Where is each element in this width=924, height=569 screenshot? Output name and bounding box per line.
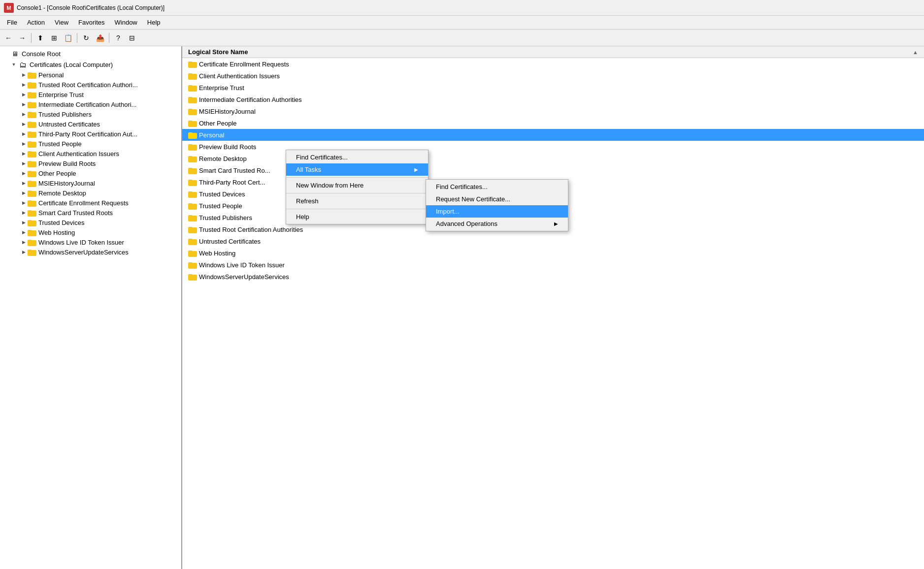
- expand-winlive[interactable]: [20, 238, 28, 246]
- expand-trusted-devices[interactable]: [20, 219, 28, 226]
- expand-trusted-root[interactable]: [20, 81, 28, 89]
- expand-client-auth[interactable]: [20, 150, 28, 158]
- expand-preview-build[interactable]: [20, 159, 28, 167]
- folder-third-party-icon: [28, 130, 36, 138]
- menu-window[interactable]: Window: [110, 17, 142, 28]
- expand-intermediate[interactable]: [20, 100, 28, 108]
- tree-trusted-devices[interactable]: Trusted Devices: [0, 218, 181, 227]
- help-button[interactable]: ?: [112, 32, 125, 44]
- expand-cert-enrollment[interactable]: [20, 199, 28, 207]
- list-cert-enrollment[interactable]: Certificate Enrollment Requests: [182, 58, 924, 70]
- menu-file[interactable]: File: [2, 17, 22, 28]
- tree-personal-label: Personal: [38, 71, 64, 79]
- folder-trusted-root-icon: [28, 81, 36, 89]
- folder-client-auth-icon: [28, 150, 36, 158]
- list-third-party-label: Third-Party Root Cert...: [199, 179, 265, 186]
- tree-wsus[interactable]: WindowsServerUpdateServices: [0, 247, 181, 257]
- folder-cert-enrollment-icon: [28, 199, 36, 207]
- menu-help[interactable]: Help: [142, 17, 165, 28]
- menu-favorites[interactable]: Favorites: [73, 17, 109, 28]
- tree-cert-enrollment[interactable]: Certificate Enrollment Requests: [0, 198, 181, 208]
- ctx-find-certs[interactable]: Find Certificates...: [286, 151, 428, 163]
- list-intermediate[interactable]: Intermediate Certification Authorities: [182, 94, 924, 105]
- expand-other-people[interactable]: [20, 169, 28, 177]
- back-button[interactable]: ←: [2, 32, 15, 44]
- folder-smart-card-icon: [28, 209, 36, 217]
- folder-other-people-icon: [28, 169, 36, 177]
- list-intermediate-label: Intermediate Certification Authorities: [199, 96, 302, 103]
- tree-trusted-publishers[interactable]: Trusted Publishers: [0, 109, 181, 119]
- folder-list-trusted-root-ca-icon: [188, 225, 197, 233]
- expand-trusted-people[interactable]: [20, 140, 28, 148]
- list-winlive[interactable]: Windows Live ID Token Issuer: [182, 259, 924, 271]
- ctx-all-tasks[interactable]: All Tasks ▶: [286, 163, 428, 176]
- expand-msie[interactable]: [20, 179, 28, 187]
- ctx2-find-certs[interactable]: Find Certificates...: [426, 181, 568, 193]
- ctx-refresh[interactable]: Refresh: [286, 195, 428, 207]
- folder-list-cert-enrollment-icon: [188, 60, 197, 68]
- tree-client-auth[interactable]: Client Authentication Issuers: [0, 149, 181, 158]
- up-button[interactable]: ⬆: [34, 32, 47, 44]
- ctx2-advanced-ops[interactable]: Advanced Operations ▶: [426, 218, 568, 230]
- list-personal[interactable]: Personal: [182, 129, 924, 141]
- ctx-help[interactable]: Help: [286, 211, 428, 223]
- tree-untrusted-label: Untrusted Certificates: [38, 121, 100, 128]
- list-personal-label: Personal: [199, 131, 224, 139]
- tree-console-root[interactable]: 🖥 Console Root: [0, 48, 181, 59]
- tree-intermediate[interactable]: Intermediate Certification Authori...: [0, 99, 181, 109]
- tree-personal[interactable]: Personal: [0, 70, 181, 80]
- tree-winlive[interactable]: Windows Live ID Token Issuer: [0, 237, 181, 247]
- list-enterprise-trust[interactable]: Enterprise Trust: [182, 82, 924, 94]
- menu-view[interactable]: View: [50, 17, 73, 28]
- expand-personal[interactable]: [20, 71, 28, 79]
- tree-trusted-root[interactable]: Trusted Root Certification Authori...: [0, 80, 181, 90]
- toolbar-sep-1: [31, 33, 32, 43]
- list-untrusted[interactable]: Untrusted Certificates: [182, 235, 924, 247]
- list-sort-arrow[interactable]: ▲: [913, 49, 918, 55]
- expand-trusted-pub[interactable]: [20, 110, 28, 118]
- expand-web-hosting[interactable]: [20, 228, 28, 236]
- list-msie[interactable]: MSIEHistoryJournal: [182, 105, 924, 117]
- list-untrusted-label: Untrusted Certificates: [199, 238, 261, 245]
- folder-list-trusted-pub-icon: [188, 214, 197, 221]
- expand-third-party[interactable]: [20, 130, 28, 138]
- ctx-new-window[interactable]: New Window from Here: [286, 179, 428, 191]
- ctx2-request-new[interactable]: Request New Certificate...: [426, 193, 568, 205]
- copy-button[interactable]: 📋: [62, 32, 74, 44]
- tree-msie[interactable]: MSIEHistoryJournal: [0, 178, 181, 188]
- list-client-auth[interactable]: Client Authentication Issuers: [182, 70, 924, 82]
- folder-untrusted-icon: [28, 120, 36, 128]
- tree-other-people[interactable]: Other People: [0, 168, 181, 178]
- expand-remote-desktop[interactable]: [20, 189, 28, 197]
- list-trusted-devices-label: Trusted Devices: [199, 190, 245, 198]
- show-hide-button[interactable]: ⊞: [48, 32, 61, 44]
- expand-wsus[interactable]: [20, 248, 28, 256]
- tree-preview-build[interactable]: Preview Build Roots: [0, 158, 181, 168]
- tree-untrusted[interactable]: Untrusted Certificates: [0, 119, 181, 129]
- tree-enterprise-trust[interactable]: Enterprise Trust: [0, 90, 181, 99]
- tree-web-hosting[interactable]: Web Hosting: [0, 227, 181, 237]
- tree-smart-card[interactable]: Smart Card Trusted Roots: [0, 208, 181, 218]
- menu-action[interactable]: Action: [22, 17, 50, 28]
- refresh-button[interactable]: ↻: [80, 32, 93, 44]
- tree-cert-node[interactable]: 🗂 Certificates (Local Computer): [0, 59, 181, 70]
- folder-list-msie-icon: [188, 107, 197, 115]
- list-wsus[interactable]: WindowsServerUpdateServices: [182, 271, 924, 283]
- tree-trusted-pub-label: Trusted Publishers: [38, 111, 92, 118]
- tree-remote-desktop[interactable]: Remote Desktop: [0, 188, 181, 198]
- tree-client-auth-label: Client Authentication Issuers: [38, 150, 119, 158]
- tree-third-party[interactable]: Third-Party Root Certification Aut...: [0, 129, 181, 139]
- tree-panel: 🖥 Console Root 🗂 Certificates (Local Com…: [0, 46, 182, 569]
- expand-cert-node[interactable]: [10, 61, 18, 68]
- list-web-hosting[interactable]: Web Hosting: [182, 247, 924, 259]
- forward-button[interactable]: →: [16, 32, 29, 44]
- export-button[interactable]: 📤: [94, 32, 106, 44]
- properties-button[interactable]: ⊟: [126, 32, 138, 44]
- list-other-people[interactable]: Other People: [182, 117, 924, 129]
- expand-untrusted[interactable]: [20, 120, 28, 128]
- expand-enterprise-trust[interactable]: [20, 91, 28, 98]
- title-bar-text: Console1 - [Console Root\Certificates (L…: [17, 4, 165, 11]
- ctx2-import[interactable]: Import...: [426, 205, 568, 218]
- tree-trusted-people[interactable]: Trusted People: [0, 139, 181, 149]
- expand-smart-card[interactable]: [20, 209, 28, 217]
